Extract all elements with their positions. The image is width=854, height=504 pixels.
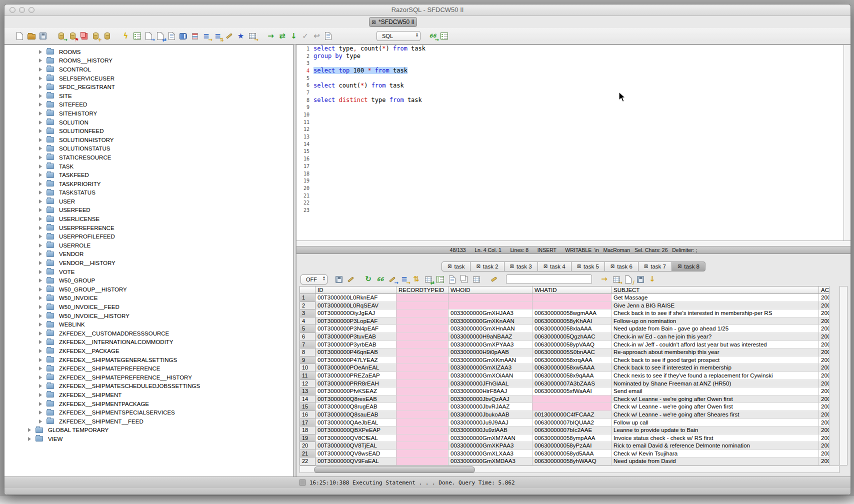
disclosure-triangle-icon[interactable] — [39, 393, 42, 397]
import-icon[interactable]: ⇄ — [155, 31, 166, 42]
cell-subject[interactable]: Check w/ Leanne - we're going after Owen… — [612, 403, 819, 411]
table-row[interactable]: 1400T3000000Q8rexEAB0033000000JbvQzAAJCh… — [300, 396, 840, 404]
tree-item-solutionhistory[interactable]: SOLUTIONHISTORY — [4, 136, 293, 144]
cell-whatid[interactable]: 006300000058xw5AAA — [532, 364, 612, 372]
cell-whoid[interactable]: 0033000000Ju9J9AAJ — [448, 419, 532, 427]
format-sql-icon[interactable] — [224, 31, 234, 42]
cell-recordtypeid[interactable] — [396, 396, 448, 404]
cell-recordtypeid[interactable] — [396, 403, 448, 411]
cell-rownum[interactable]: 10 — [300, 364, 316, 372]
cell-recordtypeid[interactable] — [396, 318, 448, 326]
disclosure-triangle-icon[interactable] — [39, 129, 42, 133]
disclosure-triangle-icon[interactable] — [39, 112, 42, 116]
highlighter-icon[interactable] — [488, 274, 499, 284]
cell-ac[interactable]: 200 — [819, 325, 830, 333]
form-view-icon[interactable] — [435, 274, 446, 284]
cell-whatid[interactable]: 0013000000C4fFCAAZ — [532, 411, 612, 419]
cell-ac[interactable]: 200 — [819, 388, 830, 396]
cell-rownum[interactable]: 15 — [300, 403, 316, 411]
tree-item-taskstatus[interactable]: TASKSTATUS — [4, 188, 293, 198]
tree-item-zkfedex__shipmatepreference__history[interactable]: ZKFEDEX__SHIPMATEPREFERENCE__HISTORY — [4, 373, 293, 382]
cell-id[interactable]: 00T3000000QV9FaEAL — [316, 458, 396, 466]
cell-subject[interactable]: Check back in to see if she's interested… — [612, 310, 819, 318]
cell-whoid[interactable]: 0033000000H9aNBAAZ — [448, 333, 532, 341]
cell-whoid[interactable]: 0033000000HirF8AAJ — [448, 388, 532, 396]
disclosure-triangle-icon[interactable] — [39, 278, 42, 282]
disclosure-triangle-icon[interactable] — [39, 270, 42, 274]
database-icon[interactable] — [102, 31, 112, 42]
export-results-icon[interactable]: ⇄ — [423, 274, 434, 284]
table-row[interactable]: 1000T3000000POeAnEAL0033000000GmXIZAA300… — [300, 364, 840, 372]
connection-copy-icon[interactable] — [79, 31, 90, 42]
cell-id[interactable]: 00T3000000P3N4pEAF — [316, 325, 396, 333]
favorites-icon[interactable]: ★ — [236, 31, 246, 42]
cell-rownum[interactable]: 1 — [300, 294, 316, 302]
commit-icon[interactable]: ✓ — [300, 31, 310, 42]
cell-whoid[interactable]: 0033000000JbvRJAAZ — [448, 403, 532, 411]
cell-recordtypeid[interactable] — [396, 372, 448, 380]
find-next-icon[interactable]: → — [599, 274, 610, 284]
tree-item-global temporary[interactable]: GLOBAL TEMPORARY — [4, 426, 293, 435]
export-icon[interactable]: → — [144, 31, 154, 42]
table-row[interactable]: 900T3000000P47LYEAZ0033000000GmXKmAAN006… — [300, 356, 840, 364]
tree-item-userprofilefeed[interactable]: USERPROFILEFEED — [4, 232, 293, 241]
tree-item-solution[interactable]: SOLUTION — [4, 118, 293, 127]
disclosure-triangle-icon[interactable] — [39, 85, 42, 89]
title-bar[interactable]: RazorSQL - SFDCW50 II — [4, 4, 850, 16]
statement-type-select[interactable]: SQL ▲▼ — [376, 31, 420, 41]
table-row[interactable]: 300T3000000OiyJgEAJ0033000000GmXHJAA3006… — [300, 310, 840, 318]
tree-item-rooms[interactable]: ROOMS — [4, 48, 293, 56]
cell-ac[interactable]: 200 — [819, 294, 830, 302]
cell-rownum[interactable]: 7 — [300, 341, 316, 349]
table-row[interactable]: 1500T3000000Q8rugEAB0033000000JbvRJAAZCh… — [300, 403, 840, 411]
disclosure-triangle-icon[interactable] — [39, 156, 42, 160]
table-row[interactable]: 100T3000000L0RknEAFGet Massage200 — [300, 294, 840, 302]
table-row[interactable]: 1600T3000000Q8sauEAB0033000000JbukoAAB00… — [300, 411, 840, 419]
cell-id[interactable]: 00T3000000Q8sauEAB — [316, 411, 396, 419]
cell-ac[interactable]: 200 — [819, 333, 830, 341]
import-table-icon[interactable]: → — [611, 274, 622, 284]
cell-id[interactable]: 00T3000000POeAnEAL — [316, 364, 396, 372]
close-tab-icon[interactable]: ⊠ — [544, 264, 548, 269]
tree-item-zkfedex__shipment[interactable]: ZKFEDEX__SHIPMENT — [4, 390, 293, 400]
cell-subject[interactable]: Nominated by Shane Freeman at ANZ (HR50) — [612, 380, 819, 388]
cell-whatid[interactable]: 00630000005QgzhAAC — [532, 333, 612, 341]
cell-id[interactable]: 00T3000000OiyJgEAJ — [316, 310, 396, 318]
cell-whoid[interactable]: 0033000000GmXLXAA3 — [448, 450, 532, 458]
cell-id[interactable]: 00T3000000Q8rugEAB — [316, 403, 396, 411]
close-tab-icon[interactable]: ⊠ — [510, 264, 514, 269]
cell-ac[interactable]: 200 — [819, 341, 830, 349]
disclosure-triangle-icon[interactable] — [39, 68, 42, 72]
result-tab-task-6[interactable]: ⊠task 6 — [604, 262, 638, 272]
column-header-ac[interactable]: AC — [819, 286, 830, 294]
table-row[interactable]: 1200T3000000PRR8rEAH0033000000JFhGlAAL00… — [300, 380, 840, 388]
tree-item-user[interactable]: USER — [4, 197, 293, 206]
tree-item-scontrol[interactable]: SCONTROL — [4, 65, 293, 74]
cell-whoid[interactable]: 0033000000Ju9zlAAB — [448, 426, 532, 434]
tree-item-zkfedex__shipmatepreference[interactable]: ZKFEDEX__SHIPMATEPREFERENCE — [4, 364, 293, 373]
cell-id[interactable]: 00T3000000L0RknEAF — [316, 294, 396, 302]
view-statement-icon[interactable]: 66 — [375, 274, 386, 284]
save-grid-icon[interactable] — [635, 274, 646, 284]
cell-id[interactable]: 00T3000000Q8rexEAB — [316, 396, 396, 404]
tree-item-zkfedex__shipmatescheduledjobssettings[interactable]: ZKFEDEX__SHIPMATESCHEDULEDJOBSSETTINGS — [4, 382, 293, 391]
cell-whatid[interactable]: 006300000058x9qAAA — [532, 372, 612, 380]
cell-recordtypeid[interactable] — [396, 411, 448, 419]
cell-whoid[interactable]: 0033000000GmXOiAAN — [448, 372, 532, 380]
cell-id[interactable]: 00T3000000QV8wsEAD — [316, 450, 396, 458]
cell-rownum[interactable]: 21 — [300, 450, 316, 458]
refresh-results-icon[interactable]: ↻ — [363, 274, 374, 284]
cell-rownum[interactable]: 20 — [300, 442, 316, 450]
result-tab-task-4[interactable]: ⊠task 4 — [538, 262, 572, 272]
cell-whoid[interactable]: 0033000000GmXM7AAN — [448, 434, 532, 442]
grid-horizontal-scrollbar[interactable] — [300, 466, 840, 473]
result-tab-task-2[interactable]: ⊠task 2 — [470, 262, 504, 272]
cell-rownum[interactable]: 13 — [300, 388, 316, 396]
document-tab[interactable]: ⊠ *SFDCW50 II — [369, 17, 417, 27]
cell-ac[interactable]: 200 — [819, 318, 830, 326]
describe-table-icon[interactable] — [439, 31, 450, 42]
disclosure-triangle-icon[interactable] — [39, 305, 42, 309]
reference-book-icon[interactable] — [178, 31, 188, 42]
cell-subject[interactable]: Check nexis to see if they've found a re… — [612, 372, 819, 380]
disclosure-triangle-icon[interactable] — [39, 261, 42, 265]
